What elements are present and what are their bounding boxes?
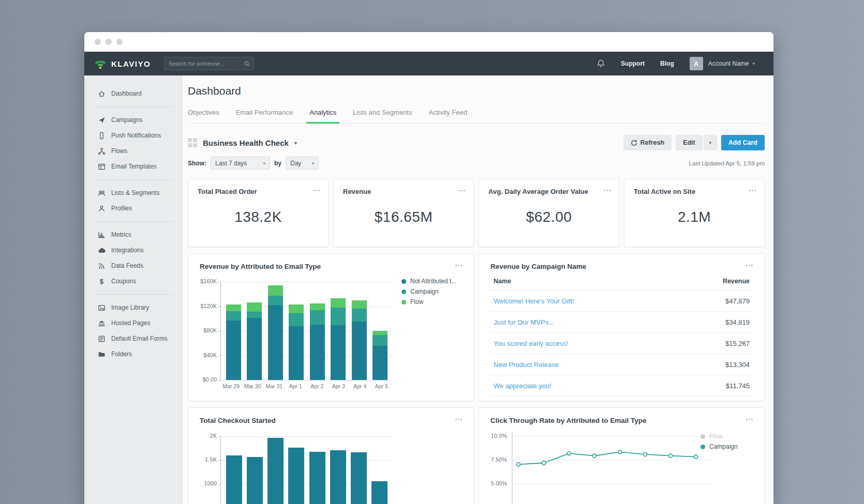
sidebar-item-push-notifications[interactable]: Push Notifications: [84, 128, 183, 143]
card-menu-icon[interactable]: [455, 265, 462, 266]
chart-title: Total Checkout Started: [200, 417, 276, 424]
sidebar-item-default-email-forms[interactable]: Default Email Forms: [84, 331, 183, 346]
chevron-down-icon: ▾: [311, 161, 314, 166]
chevron-down-icon[interactable]: ▾: [752, 61, 755, 66]
sidebar-item-label: Data Feeds: [111, 262, 143, 269]
sidebar-item-metrics[interactable]: Metrics: [84, 227, 183, 242]
card-menu-icon[interactable]: [455, 419, 462, 420]
bar: [352, 300, 367, 380]
account-name[interactable]: Account Name: [708, 60, 749, 67]
granularity-select[interactable]: Day ▾: [286, 157, 319, 170]
tab-analytics[interactable]: Analytics: [309, 105, 336, 123]
card-menu-icon[interactable]: [313, 190, 320, 191]
data-point: [618, 450, 621, 454]
klaviyo-logo-icon: [94, 58, 107, 69]
sidebar-item-label: Flows: [111, 147, 127, 155]
x-tick-label: Apr 1: [285, 383, 307, 389]
stat-card-total-active-on-site: Total Active on Site 2.1M: [624, 179, 765, 247]
y-tick-label: $40K: [190, 352, 217, 358]
card-menu-icon[interactable]: [749, 190, 756, 191]
y-tick-label: 2K: [190, 433, 217, 439]
edit-label: Edit: [683, 139, 695, 146]
column-header-revenue: Revenue: [723, 278, 750, 285]
search-input[interactable]: [168, 60, 244, 67]
sidebar-item-integrations[interactable]: Integrations: [84, 242, 183, 258]
legend-item[interactable]: Campaign: [701, 443, 738, 450]
sidebar-item-label: Profiles: [111, 205, 132, 212]
edit-button[interactable]: Edit: [676, 135, 703, 150]
legend-item[interactable]: Campaign: [401, 288, 456, 295]
legend-item[interactable]: Flow: [401, 298, 456, 306]
home-icon: [98, 90, 106, 98]
refresh-button[interactable]: Refresh: [623, 135, 672, 150]
add-card-button[interactable]: Add Card: [721, 135, 765, 150]
users-icon: [98, 189, 106, 197]
dollar-icon: $: [98, 278, 106, 285]
tab-lists-and-segments[interactable]: Lists and Segments: [353, 105, 412, 123]
campaign-link[interactable]: Just for Our MVPs...: [494, 318, 554, 326]
sidebar-item-image-library[interactable]: Image Library: [84, 300, 183, 315]
filters-row: Show: Last 7 days ▾ by Day ▾ Last Update…: [188, 157, 765, 170]
sidebar-item-data-feeds[interactable]: Data Feeds: [84, 258, 183, 273]
sidebar-item-flows[interactable]: Flows: [84, 143, 183, 159]
browser-titlebar: [84, 32, 773, 52]
sidebar-item-email-templates[interactable]: Email Templates: [84, 159, 183, 174]
legend-item[interactable]: Not Attributed t...: [401, 278, 456, 285]
sidebar-item-hosted-pages[interactable]: Hosted Pages: [84, 315, 183, 331]
campaign-link[interactable]: We appreciate you!: [494, 382, 552, 390]
charts-row-2: Total Checkout Started 10001.5K2K Click …: [188, 407, 765, 504]
search-box[interactable]: [164, 57, 254, 70]
show-label: Show:: [188, 160, 206, 167]
bar-segment: [268, 285, 283, 296]
bar-segment: [247, 302, 262, 312]
table-row: We appreciate you! $11,745: [490, 375, 753, 396]
sidebar-item-profiles[interactable]: Profiles: [84, 201, 183, 216]
y-tick-label: $0.00: [190, 376, 217, 383]
campaign-link[interactable]: You scored early access!: [494, 340, 568, 347]
sidebar-item-dashboard[interactable]: Dashboard: [84, 86, 183, 101]
granularity-value: Day: [290, 160, 301, 167]
tab-email-performance[interactable]: Email Performance: [236, 105, 293, 123]
stacked-bar-plot: $0.00$40K$80K$120K$160K: [220, 282, 393, 380]
bar-segment: [373, 335, 388, 345]
sidebar-item-folders[interactable]: Folders: [84, 346, 183, 362]
x-axis-labels: Mar 29Mar 30Mar 31Apr 1Apr 2Apr 3Apr 4Ap…: [220, 383, 392, 389]
campaign-link[interactable]: Welcome! Here's Your Gift!: [494, 297, 574, 305]
klaviyo-logo[interactable]: KLAVIYO: [94, 58, 151, 69]
tab-activity-feed[interactable]: Activity Feed: [428, 105, 467, 123]
window-control-dot[interactable]: [106, 39, 112, 45]
nav-blog[interactable]: Blog: [660, 60, 674, 67]
refresh-icon: [631, 140, 637, 146]
sidebar-item-lists-segments[interactable]: Lists & Segments: [84, 185, 183, 201]
board-picker[interactable]: Business Health Check ▾: [188, 138, 297, 147]
bar-segment: [289, 326, 304, 380]
sidebar-item-label: Campaigns: [111, 116, 143, 124]
bars: [221, 436, 393, 504]
window-control-dot[interactable]: [95, 39, 101, 45]
card-menu-icon[interactable]: [746, 265, 753, 266]
legend-label: Flow: [410, 298, 423, 306]
sidebar-item-campaigns[interactable]: Campaigns: [84, 112, 183, 128]
y-tick-label: $120K: [190, 303, 217, 309]
campaign-link[interactable]: New Product Release: [494, 361, 559, 369]
edit-dropdown-button[interactable]: ▾: [704, 135, 717, 150]
card-menu-icon[interactable]: [604, 190, 610, 191]
bar-segment: [247, 318, 262, 380]
sidebar-item-coupons[interactable]: $ Coupons: [84, 273, 183, 289]
tab-objectives[interactable]: Objectives: [188, 105, 219, 123]
bar-plot: 10001.5K2K: [220, 436, 393, 504]
avatar[interactable]: A: [690, 57, 703, 70]
bar-segment: [331, 308, 346, 325]
period-select[interactable]: Last 7 days ▾: [211, 157, 270, 170]
card-menu-icon[interactable]: [746, 419, 753, 420]
sidebar-divider: [93, 221, 174, 222]
data-point: [694, 455, 697, 459]
nav-support[interactable]: Support: [621, 60, 645, 67]
notifications-bell-icon[interactable]: [597, 59, 605, 68]
chart-legend: FlowCampaign: [701, 433, 738, 453]
card-menu-icon[interactable]: [458, 190, 465, 191]
window-control-dot[interactable]: [116, 39, 123, 45]
legend-dot: [401, 279, 406, 284]
bar-segment: [247, 457, 263, 504]
legend-item[interactable]: Flow: [701, 433, 738, 440]
